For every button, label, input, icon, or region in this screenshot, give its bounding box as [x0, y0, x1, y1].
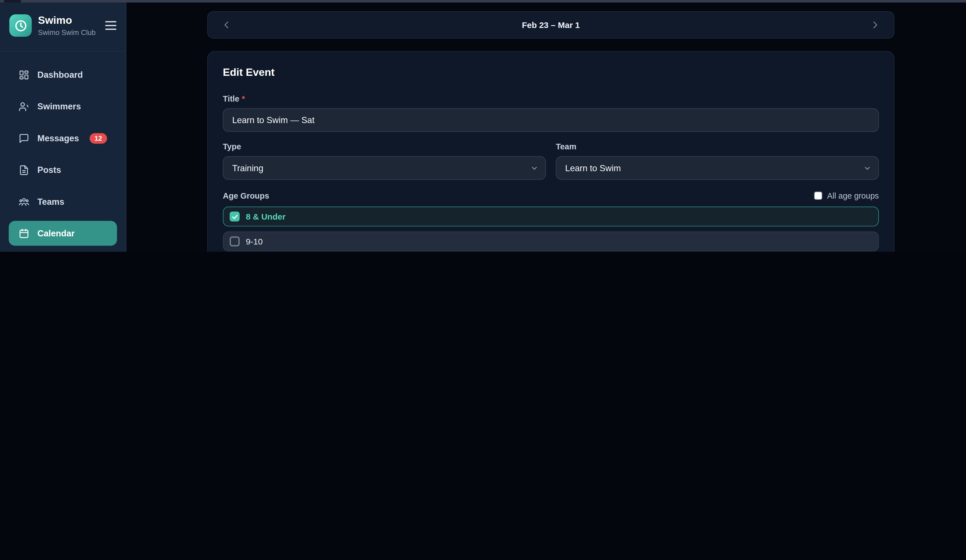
all-age-groups-label: All age groups: [827, 191, 879, 200]
messages-unread-badge: 12: [90, 133, 107, 143]
next-week-button[interactable]: [870, 20, 880, 30]
sidebar-item-messages[interactable]: Messages 12: [9, 126, 117, 151]
week-range-label: Feb 23 – Mar 1: [522, 20, 580, 30]
sidebar-item-label: Calendar: [37, 228, 74, 238]
all-age-groups-checkbox[interactable]: [814, 192, 822, 200]
messages-icon: [19, 133, 30, 143]
age-groups-header: Age Groups All age groups: [223, 191, 879, 200]
chevron-right-icon: [870, 20, 880, 30]
sidebar-nav: Dashboard Swimmers Messages 12 Posts Tea…: [0, 52, 126, 252]
panel-title: Edit Event: [223, 67, 879, 79]
clock-icon: [14, 19, 27, 32]
team-field: Team Learn to Swim: [556, 142, 879, 180]
checkbox-checked-icon[interactable]: [230, 212, 240, 222]
required-marker: *: [242, 94, 245, 103]
type-select[interactable]: Training: [223, 156, 546, 180]
age-group-option-8-under[interactable]: 8 & Under: [223, 207, 879, 226]
posts-icon: [19, 164, 30, 175]
sidebar-header: Swimo Swimo Swim Club: [0, 0, 126, 52]
previous-week-button[interactable]: [222, 20, 232, 30]
check-icon: [231, 213, 238, 220]
checkbox-icon[interactable]: [230, 236, 240, 246]
calendar-icon: [19, 228, 30, 238]
age-groups-label: Age Groups: [223, 191, 269, 200]
top-scroll-strip: [0, 0, 966, 3]
team-label: Team: [556, 142, 879, 151]
sidebar-item-label: Dashboard: [37, 70, 83, 80]
sidebar-item-label: Messages: [37, 133, 79, 143]
teams-icon: [19, 196, 30, 207]
swimmers-icon: [19, 101, 30, 112]
hamburger-menu-icon[interactable]: [105, 21, 117, 30]
app-subtitle: Swimo Swim Club: [38, 28, 96, 36]
sidebar-item-label: Posts: [37, 165, 61, 175]
sidebar: Swimo Swimo Swim Club Dashboard Swimmers…: [0, 0, 127, 252]
type-field: Type Training: [223, 142, 546, 180]
main-content: Feb 23 – Mar 1 Edit Event Title* Type Tr…: [127, 0, 966, 252]
week-navigation-bar: Feb 23 – Mar 1: [207, 11, 895, 39]
sidebar-item-swimmers[interactable]: Swimmers: [9, 94, 117, 119]
chevron-down-icon: [530, 164, 539, 172]
title-input[interactable]: [223, 108, 879, 132]
sidebar-item-posts[interactable]: Posts: [9, 158, 117, 182]
age-group-option-9-10[interactable]: 9-10: [223, 232, 879, 251]
chevron-left-icon: [222, 20, 232, 30]
app-window: Swimo Swimo Swim Club Dashboard Swimmers…: [0, 0, 966, 252]
sidebar-item-dashboard[interactable]: Dashboard: [9, 62, 117, 87]
chevron-down-icon: [863, 164, 871, 172]
sidebar-item-calendar[interactable]: Calendar: [9, 221, 117, 246]
app-logo: [9, 14, 31, 37]
title-label: Title*: [223, 94, 879, 103]
team-select[interactable]: Learn to Swim: [556, 156, 879, 180]
app-titles: Swimo Swimo Swim Club: [38, 15, 96, 36]
dashboard-icon: [19, 69, 30, 80]
scroll-thumb: [3, 0, 21, 3]
edit-event-panel: Edit Event Title* Type Training Team Lea…: [207, 51, 895, 252]
all-age-groups-toggle[interactable]: All age groups: [814, 191, 879, 200]
sidebar-item-label: Swimmers: [37, 102, 81, 112]
sidebar-item-teams[interactable]: Teams: [9, 189, 117, 214]
type-label: Type: [223, 142, 546, 151]
sidebar-item-label: Teams: [37, 197, 64, 207]
app-name: Swimo: [38, 15, 96, 27]
